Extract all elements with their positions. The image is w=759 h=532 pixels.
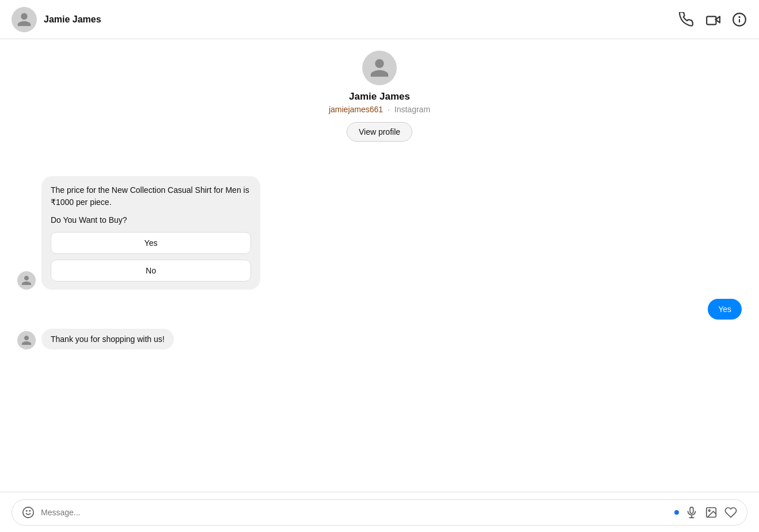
chat-area: Jamie James jamiejames661 · Instagram Vi…: [0, 39, 759, 492]
image-icon[interactable]: [704, 506, 718, 519]
dot-separator: ·: [385, 105, 392, 114]
bot-avatar-2: [17, 331, 36, 349]
bot-message-text-1: The price for the New Collection Casual …: [51, 185, 249, 207]
bot-bubble-2: Thank you for shopping with us!: [41, 329, 174, 349]
profile-section: Jamie James jamiejames661 · Instagram Vi…: [17, 51, 742, 142]
svg-point-12: [708, 510, 710, 511]
header-name: Jamie James: [44, 14, 101, 25]
messages-area: The price for the New Collection Casual …: [17, 165, 742, 349]
svg-rect-8: [690, 507, 693, 513]
header-left: Jamie James: [12, 7, 101, 32]
user-message-row-1: Yes: [708, 299, 742, 320]
phone-icon[interactable]: [678, 12, 695, 28]
bot-bubble-1: The price for the New Collection Casual …: [41, 176, 260, 290]
username-text: jamiejames661: [329, 105, 383, 114]
avatar: [12, 7, 37, 32]
platform-text: Instagram: [394, 105, 430, 114]
header: Jamie James: [0, 0, 759, 39]
svg-rect-0: [707, 16, 716, 24]
choice-no-button[interactable]: No: [51, 260, 251, 282]
profile-username: jamiejames661 · Instagram: [329, 105, 430, 114]
message-input[interactable]: [41, 508, 669, 517]
bot-message-row-2: Thank you for shopping with us!: [17, 329, 174, 349]
online-dot: [674, 510, 679, 515]
mic-icon[interactable]: [685, 506, 699, 519]
view-profile-button[interactable]: View profile: [347, 122, 412, 142]
profile-name: Jamie James: [349, 91, 410, 102]
user-bubble-1: Yes: [708, 299, 742, 320]
profile-avatar: [362, 51, 397, 85]
info-icon[interactable]: [731, 12, 747, 28]
bot-message-row-1: The price for the New Collection Casual …: [17, 176, 260, 290]
input-bar: [0, 492, 759, 532]
svg-point-5: [23, 507, 33, 517]
bot-avatar-1: [17, 271, 36, 290]
heart-icon[interactable]: [724, 506, 738, 519]
video-icon[interactable]: [705, 12, 721, 28]
header-icons: [678, 12, 747, 28]
bot-question-text: Do You Want to Buy?: [51, 214, 251, 226]
choice-yes-button[interactable]: Yes: [51, 232, 251, 254]
emoji-icon[interactable]: [21, 506, 35, 519]
input-field-wrapper: [12, 499, 747, 526]
